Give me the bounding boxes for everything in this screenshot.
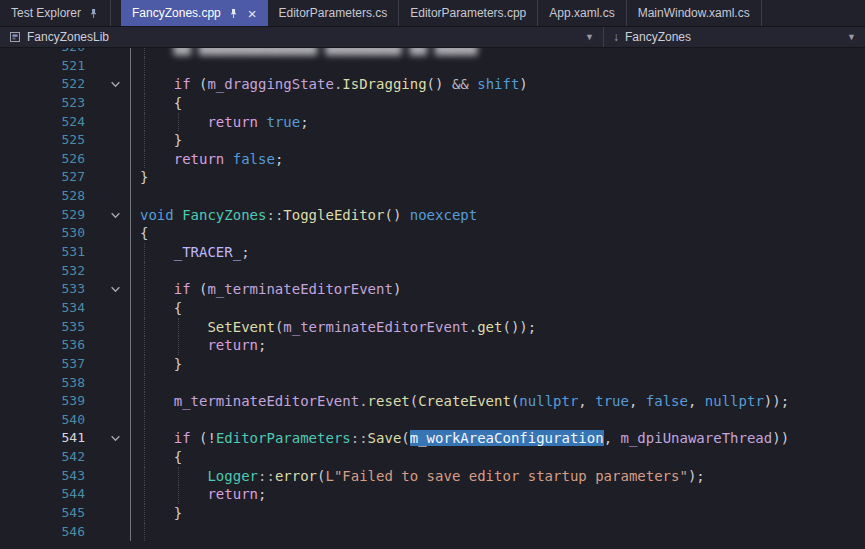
code-line[interactable]: 537 } — [0, 355, 865, 374]
indent-guide — [144, 374, 145, 393]
code-line[interactable]: 535 SetEvent(m_terminateEditorEvent.get(… — [0, 318, 865, 337]
tab-bar: Test Explorer FancyZones.cpp × EditorPar… — [0, 0, 865, 26]
code-line[interactable]: 533 if (m_terminateEditorEvent) — [0, 280, 865, 299]
indent-guide — [144, 57, 145, 76]
code-text — [131, 57, 140, 76]
indent-guide — [144, 150, 145, 169]
code-line[interactable]: 532 — [0, 262, 865, 281]
tab-test-explorer[interactable]: Test Explorer — [0, 0, 111, 26]
code-text: SetEvent(m_terminateEditorEvent.get()); — [131, 318, 536, 337]
indent-guide — [144, 429, 145, 448]
tabbar-filler — [762, 0, 865, 26]
code-line[interactable]: 538 — [0, 374, 865, 393]
tab-label: EditorParameters.cs — [279, 6, 388, 20]
indent-guide — [144, 243, 145, 262]
code-line[interactable]: 545 } — [0, 504, 865, 523]
indent-guide — [144, 131, 145, 150]
code-line[interactable]: 546 — [0, 523, 865, 542]
line-number: 526 — [0, 150, 85, 169]
code-text: if (m_terminateEditorEvent) — [131, 280, 401, 299]
fold-chevron-icon[interactable] — [85, 75, 131, 94]
code-line[interactable]: 534 { — [0, 299, 865, 318]
indent-guide — [178, 467, 179, 486]
indent-guide — [144, 448, 145, 467]
project-name: FancyZonesLib — [27, 30, 109, 44]
fold-margin — [85, 299, 131, 318]
code-line[interactable]: 527} — [0, 168, 865, 187]
code-line[interactable]: 523 { — [0, 94, 865, 113]
down-arrow-icon: ↓ — [613, 30, 619, 44]
code-text: return; — [131, 336, 266, 355]
code-line[interactable]: 524 return true; — [0, 113, 865, 132]
fold-chevron-icon[interactable] — [85, 280, 131, 299]
code-text: ▆▆ ▆▆▆▆▆▆▆▆▆▆▆▆▆▆ ▆▆▆▆▆▆▆▆▆ ▆▆ ▆▆▆▆▆ — [131, 48, 477, 57]
tab-editorparameters-cs[interactable]: EditorParameters.cs — [268, 0, 400, 26]
fold-margin — [85, 504, 131, 523]
fold-chevron-icon[interactable] — [85, 429, 131, 448]
line-number: 541 — [0, 429, 85, 448]
fold-margin — [85, 48, 131, 57]
code-line[interactable]: 531 _TRACER_; — [0, 243, 865, 262]
code-line[interactable]: 526 return false; — [0, 150, 865, 169]
code-line[interactable]: 521 — [0, 57, 865, 76]
line-number: 538 — [0, 374, 85, 393]
fold-margin — [85, 467, 131, 486]
code-line[interactable]: 540 — [0, 411, 865, 430]
indent-guide — [144, 355, 145, 374]
tab-app-xaml-cs[interactable]: App.xaml.cs — [538, 0, 626, 26]
indent-guide — [144, 280, 145, 299]
code-line[interactable]: 530{ — [0, 224, 865, 243]
code-line[interactable]: 541 if (!EditorParameters::Save(m_workAr… — [0, 429, 865, 448]
code-text — [131, 262, 140, 281]
code-editor[interactable]: 520 ▆▆ ▆▆▆▆▆▆▆▆▆▆▆▆▆▆ ▆▆▆▆▆▆▆▆▆ ▆▆ ▆▆▆▆▆… — [0, 48, 865, 549]
tab-editorparameters-cpp[interactable]: EditorParameters.cpp — [399, 0, 538, 26]
fold-margin — [85, 131, 131, 150]
code-line[interactable]: 536 return; — [0, 336, 865, 355]
tab-label: MainWindow.xaml.cs — [638, 6, 750, 20]
line-number: 535 — [0, 318, 85, 337]
line-number: 529 — [0, 206, 85, 225]
code-lines: 520 ▆▆ ▆▆▆▆▆▆▆▆▆▆▆▆▆▆ ▆▆▆▆▆▆▆▆▆ ▆▆ ▆▆▆▆▆… — [0, 48, 865, 541]
code-text: } — [131, 131, 182, 150]
tab-mainwindow-xaml-cs[interactable]: MainWindow.xaml.cs — [627, 0, 762, 26]
fold-margin — [85, 150, 131, 169]
code-line[interactable]: 525 } — [0, 131, 865, 150]
code-text — [131, 411, 140, 430]
code-line[interactable]: 528 — [0, 187, 865, 206]
line-number: 534 — [0, 299, 85, 318]
code-line[interactable]: 539 m_terminateEditorEvent.reset(CreateE… — [0, 392, 865, 411]
code-text: { — [131, 448, 182, 467]
code-line[interactable]: 520 ▆▆ ▆▆▆▆▆▆▆▆▆▆▆▆▆▆ ▆▆▆▆▆▆▆▆▆ ▆▆ ▆▆▆▆▆ — [0, 48, 865, 57]
tab-fancyzones-cpp[interactable]: FancyZones.cpp × — [121, 0, 267, 26]
indent-guide — [144, 113, 145, 132]
fold-margin — [85, 318, 131, 337]
line-number: 531 — [0, 243, 85, 262]
fold-margin — [85, 224, 131, 243]
code-line[interactable]: 542 { — [0, 448, 865, 467]
code-text: { — [131, 224, 148, 243]
code-line[interactable]: 522 if (m_draggingState.IsDragging() && … — [0, 75, 865, 94]
pin-icon[interactable] — [228, 8, 239, 19]
line-number: 545 — [0, 504, 85, 523]
line-number: 520 — [0, 48, 85, 57]
code-line[interactable]: 529void FancyZones::ToggleEditor() noexc… — [0, 206, 865, 225]
indent-guide — [178, 113, 179, 132]
code-line[interactable]: 543 Logger::error(L"Failed to save edito… — [0, 467, 865, 486]
fold-margin — [85, 485, 131, 504]
indent-guide — [178, 318, 179, 337]
member-dropdown[interactable]: ↓ FancyZones ▼ — [604, 27, 865, 47]
fold-margin — [85, 243, 131, 262]
fold-margin — [85, 336, 131, 355]
line-number: 546 — [0, 523, 85, 542]
line-number: 525 — [0, 131, 85, 150]
indent-guide — [144, 485, 145, 504]
code-text: void FancyZones::ToggleEditor() noexcept — [131, 206, 477, 225]
code-line[interactable]: 544 return; — [0, 485, 865, 504]
fold-chevron-icon[interactable] — [85, 206, 131, 225]
pin-icon[interactable] — [88, 8, 99, 19]
project-dropdown[interactable]: FancyZonesLib ▼ — [0, 27, 604, 47]
code-text: _TRACER_; — [131, 243, 250, 262]
indent-guide — [144, 392, 145, 411]
close-icon[interactable]: × — [246, 6, 257, 21]
fold-margin — [85, 355, 131, 374]
